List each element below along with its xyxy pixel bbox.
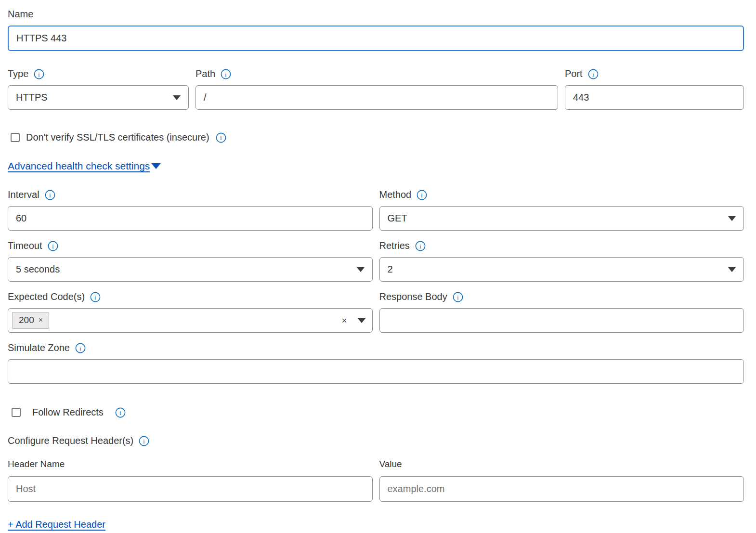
info-icon[interactable]: i bbox=[75, 343, 86, 353]
info-icon[interactable]: i bbox=[221, 69, 231, 79]
svg-text:i: i bbox=[52, 243, 54, 250]
header-value-input[interactable] bbox=[379, 476, 744, 502]
verify-ssl-label: Don't verify SSL/TLS certificates (insec… bbox=[26, 132, 209, 143]
response-body-input[interactable] bbox=[379, 308, 744, 333]
name-input[interactable] bbox=[8, 26, 744, 51]
info-icon[interactable]: i bbox=[588, 69, 599, 79]
timeout-label: Timeout bbox=[8, 240, 42, 251]
info-icon[interactable]: i bbox=[90, 292, 101, 302]
add-request-header-link[interactable]: + Add Request Header bbox=[8, 519, 105, 530]
clear-all-icon[interactable]: × bbox=[341, 316, 347, 325]
interval-method-row: Interval i Method i GET bbox=[8, 189, 744, 231]
request-header-row: Header Name Value bbox=[8, 459, 744, 502]
type-path-port-row: Type i HTTPS Path i Port i bbox=[8, 68, 744, 110]
expected-code-tag: 200 × bbox=[12, 312, 49, 329]
expected-code-tag-value: 200 bbox=[19, 315, 34, 325]
configure-headers-section-label: Configure Request Header(s) i bbox=[8, 435, 744, 446]
expected-codes-label: Expected Code(s) bbox=[8, 291, 85, 302]
simulate-zone-input[interactable] bbox=[8, 359, 744, 384]
retries-select-value: 2 bbox=[388, 264, 393, 275]
follow-redirects-label: Follow Redirects bbox=[32, 407, 104, 418]
svg-text:i: i bbox=[49, 192, 51, 199]
chevron-down-icon bbox=[728, 216, 736, 221]
retries-label: Retries bbox=[379, 240, 410, 251]
header-value-label: Value bbox=[379, 459, 402, 469]
header-name-field-group: Header Name bbox=[8, 459, 373, 502]
info-icon[interactable]: i bbox=[415, 241, 426, 251]
info-icon[interactable]: i bbox=[45, 190, 55, 200]
timeout-select-value: 5 seconds bbox=[16, 264, 60, 275]
info-icon[interactable]: i bbox=[115, 407, 126, 418]
chevron-down-icon[interactable] bbox=[358, 318, 365, 323]
follow-redirects-checkbox[interactable] bbox=[12, 408, 21, 417]
svg-text:i: i bbox=[94, 294, 96, 301]
expected-codes-field-group: Expected Code(s) i 200 × × bbox=[8, 291, 373, 333]
svg-text:i: i bbox=[457, 294, 459, 301]
path-input[interactable] bbox=[196, 85, 558, 110]
method-select-value: GET bbox=[388, 213, 407, 224]
type-select-value: HTTPS bbox=[16, 92, 48, 103]
info-icon[interactable]: i bbox=[34, 69, 44, 79]
advanced-settings-link[interactable]: Advanced health check settings bbox=[8, 160, 161, 172]
svg-text:i: i bbox=[143, 438, 145, 445]
name-field-group: Name bbox=[8, 9, 744, 51]
simulate-zone-label: Simulate Zone bbox=[8, 342, 70, 353]
type-field-group: Type i HTTPS bbox=[8, 68, 189, 110]
response-body-field-group: Response Body i bbox=[379, 291, 744, 333]
name-label: Name bbox=[8, 9, 33, 20]
svg-text:i: i bbox=[592, 71, 594, 78]
codes-responsebody-row: Expected Code(s) i 200 × × Response Body… bbox=[8, 291, 744, 333]
add-request-header-row: + Add Request Header bbox=[8, 519, 744, 530]
configure-headers-label: Configure Request Header(s) bbox=[8, 435, 133, 446]
chevron-down-icon bbox=[728, 267, 736, 272]
info-icon[interactable]: i bbox=[139, 436, 149, 446]
chevron-down-icon bbox=[151, 163, 161, 169]
port-label: Port bbox=[565, 68, 583, 79]
info-icon[interactable]: i bbox=[48, 241, 58, 251]
timeout-select[interactable]: 5 seconds bbox=[8, 257, 373, 282]
svg-text:i: i bbox=[119, 409, 121, 416]
type-label: Type bbox=[8, 68, 28, 79]
svg-text:i: i bbox=[419, 243, 421, 250]
info-icon[interactable]: i bbox=[216, 132, 226, 143]
header-name-label: Header Name bbox=[8, 459, 65, 469]
retries-field-group: Retries i 2 bbox=[379, 240, 744, 282]
remove-tag-icon[interactable]: × bbox=[39, 316, 43, 324]
svg-text:i: i bbox=[79, 345, 81, 352]
simulate-zone-field-group: Simulate Zone i bbox=[8, 342, 744, 384]
verify-ssl-checkbox[interactable] bbox=[11, 133, 20, 142]
method-label: Method bbox=[379, 189, 412, 200]
timeout-field-group: Timeout i 5 seconds bbox=[8, 240, 373, 282]
svg-text:i: i bbox=[225, 71, 227, 78]
info-icon[interactable]: i bbox=[417, 190, 427, 200]
advanced-settings-link-label: Advanced health check settings bbox=[8, 160, 150, 172]
type-select[interactable]: HTTPS bbox=[8, 85, 189, 110]
svg-text:i: i bbox=[421, 192, 423, 199]
path-label: Path bbox=[196, 68, 215, 79]
path-field-group: Path i bbox=[196, 68, 558, 110]
header-value-field-group: Value bbox=[379, 459, 744, 502]
verify-ssl-row: Don't verify SSL/TLS certificates (insec… bbox=[11, 132, 744, 143]
response-body-label: Response Body bbox=[379, 291, 447, 302]
method-select[interactable]: GET bbox=[379, 206, 744, 231]
port-field-group: Port i bbox=[565, 68, 744, 110]
header-name-input[interactable] bbox=[8, 476, 373, 502]
svg-text:i: i bbox=[38, 71, 40, 78]
interval-input[interactable] bbox=[8, 206, 373, 231]
interval-label: Interval bbox=[8, 189, 39, 200]
advanced-settings-row: Advanced health check settings bbox=[8, 160, 744, 172]
interval-field-group: Interval i bbox=[8, 189, 373, 231]
add-request-header-link-label: + Add Request Header bbox=[8, 519, 105, 530]
expected-codes-multiselect[interactable]: 200 × × bbox=[8, 308, 373, 333]
method-field-group: Method i GET bbox=[379, 189, 744, 231]
chevron-down-icon bbox=[173, 95, 181, 100]
port-input[interactable] bbox=[565, 85, 744, 110]
retries-select[interactable]: 2 bbox=[379, 257, 744, 282]
timeout-retries-row: Timeout i 5 seconds Retries i 2 bbox=[8, 240, 744, 282]
chevron-down-icon bbox=[357, 267, 365, 272]
follow-redirects-row: Follow Redirects i bbox=[12, 407, 744, 418]
svg-text:i: i bbox=[220, 134, 222, 142]
info-icon[interactable]: i bbox=[453, 292, 463, 302]
